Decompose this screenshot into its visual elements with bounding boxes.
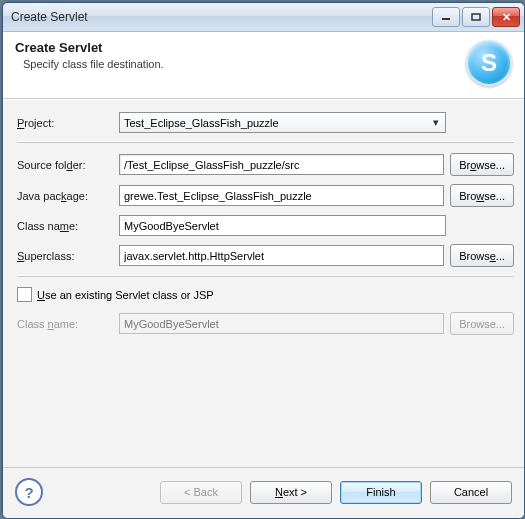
form-area: Project: Test_Eclipse_GlassFish_puzzle ▾… <box>3 99 524 467</box>
browse-source-button[interactable]: Browse... <box>450 153 514 176</box>
next-button[interactable]: Next > <box>250 481 332 504</box>
source-folder-input[interactable] <box>119 154 444 175</box>
finish-button[interactable]: Finish <box>340 481 422 504</box>
close-button[interactable]: ✕ <box>492 7 520 27</box>
window-controls: ✕ <box>432 7 520 27</box>
help-icon[interactable]: ? <box>15 478 43 506</box>
minimize-button[interactable] <box>432 7 460 27</box>
browse-existing-button: Browse... <box>450 312 514 335</box>
class-name-input[interactable] <box>119 215 446 236</box>
java-package-input[interactable] <box>119 185 444 206</box>
project-value: Test_Eclipse_GlassFish_puzzle <box>124 117 279 129</box>
source-folder-label: Source folder: <box>17 159 119 171</box>
browse-package-button[interactable]: Browse... <box>450 184 514 207</box>
class-name-2-label: Class name: <box>17 318 119 330</box>
cancel-button[interactable]: Cancel <box>430 481 512 504</box>
footer: ? < Back Next > Finish Cancel <box>3 467 524 518</box>
maximize-button[interactable] <box>462 7 490 27</box>
browse-superclass-button[interactable]: Browse... <box>450 244 514 267</box>
titlebar[interactable]: Create Servlet ✕ <box>3 3 524 32</box>
banner: Create Servlet Specify class file destin… <box>3 32 524 99</box>
superclass-input[interactable] <box>119 245 444 266</box>
banner-heading: Create Servlet <box>15 40 466 55</box>
use-existing-label: Use an existing Servlet class or JSP <box>37 289 214 301</box>
class-name-2-input <box>119 313 444 334</box>
superclass-label: Superclass: <box>17 250 119 262</box>
class-name-label: Class name: <box>17 220 119 232</box>
svg-rect-1 <box>472 14 480 20</box>
dialog-window: Create Servlet ✕ Create Servlet Specify … <box>2 2 525 519</box>
back-button: < Back <box>160 481 242 504</box>
chevron-down-icon: ▾ <box>428 115 443 130</box>
java-package-label: Java package: <box>17 190 119 202</box>
use-existing-row[interactable]: Use an existing Servlet class or JSP <box>17 287 514 302</box>
separator <box>17 141 514 143</box>
project-combo[interactable]: Test_Eclipse_GlassFish_puzzle ▾ <box>119 112 446 133</box>
separator-2 <box>17 275 514 277</box>
project-label: Project: <box>17 117 119 129</box>
window-title: Create Servlet <box>11 10 432 24</box>
servlet-icon: S <box>466 40 512 86</box>
banner-subtext: Specify class file destination. <box>23 58 466 70</box>
use-existing-checkbox[interactable] <box>17 287 32 302</box>
